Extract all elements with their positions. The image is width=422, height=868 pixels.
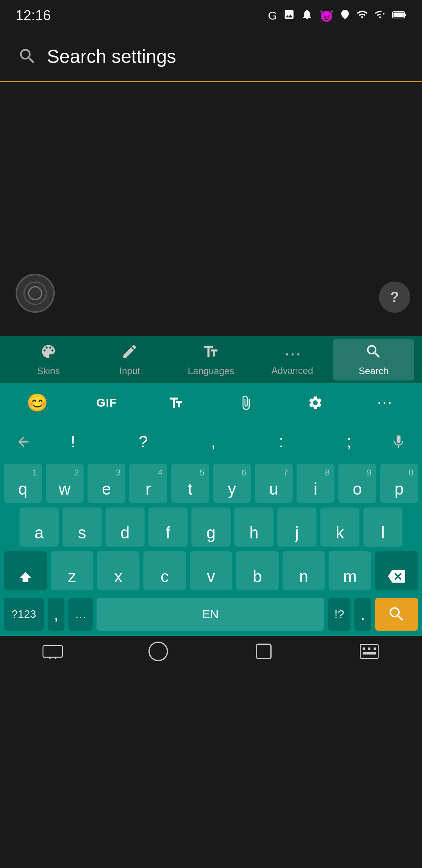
svg-rect-2 xyxy=(404,14,406,16)
key-v[interactable]: v xyxy=(190,551,232,590)
toolbar-item-languages[interactable]: Languages xyxy=(170,339,252,380)
key-f[interactable]: f xyxy=(148,508,188,547)
spacebar-key[interactable]: EN xyxy=(97,598,324,631)
signal-icon xyxy=(374,9,386,23)
keyboard-search-button[interactable] xyxy=(375,598,418,631)
close-punct-key[interactable] xyxy=(8,427,39,456)
clip-key[interactable] xyxy=(213,388,279,417)
location-icon xyxy=(340,9,350,22)
dot-label: . xyxy=(361,606,365,623)
key-l[interactable]: l xyxy=(363,508,402,547)
input-label: Input xyxy=(119,366,140,377)
recents-icon xyxy=(256,644,272,659)
punct-items: ! ? , : ; xyxy=(39,429,383,455)
status-icons: G 👿 xyxy=(268,9,406,23)
key-row-3: z x c v b n m xyxy=(0,549,422,593)
space-label: EN xyxy=(202,608,219,621)
key-m[interactable]: m xyxy=(329,551,371,590)
svg-rect-4 xyxy=(43,646,63,657)
keyboard-bottom-row: ?123 , … EN !? . xyxy=(0,593,422,636)
key-s[interactable]: s xyxy=(63,508,102,547)
special-char-label: !? xyxy=(334,608,344,621)
key-p[interactable]: 0p xyxy=(380,464,418,503)
dots-label: … xyxy=(75,608,86,621)
svg-rect-5 xyxy=(360,644,378,658)
gif-key[interactable]: GIF xyxy=(73,388,140,417)
dot-key[interactable]: . xyxy=(354,598,371,631)
mic-key[interactable] xyxy=(383,427,414,456)
svg-rect-7 xyxy=(368,647,370,650)
key-row-2: a s d f g h j k l xyxy=(0,505,422,549)
battery-icon xyxy=(392,9,406,22)
key-e[interactable]: 3e xyxy=(88,464,125,503)
key-d[interactable]: d xyxy=(106,508,145,547)
key-i[interactable]: 8i xyxy=(297,464,334,503)
svg-rect-8 xyxy=(374,647,376,650)
key-y[interactable]: 6y xyxy=(213,464,251,503)
key-j[interactable]: j xyxy=(277,508,316,547)
nav-bar xyxy=(0,636,422,671)
search-tab-label: Search xyxy=(359,366,388,377)
key-z[interactable]: z xyxy=(51,551,93,590)
key-k[interactable]: k xyxy=(320,508,359,547)
image-icon xyxy=(283,9,295,23)
keyboard-hide-button[interactable] xyxy=(29,640,76,663)
keyboard-main: 1q 2w 3e 4r 5t 6y 7u 8i 9o 0p a s d f g … xyxy=(0,461,422,593)
key-g[interactable]: g xyxy=(191,508,231,547)
camera-shutter-button[interactable] xyxy=(16,274,55,313)
font-key[interactable] xyxy=(143,388,209,417)
toolbar-item-skins[interactable]: Skins xyxy=(8,339,89,380)
comma-key[interactable]: , xyxy=(207,429,220,455)
backspace-key[interactable] xyxy=(375,551,418,590)
keyboard-toolbar: Skins Input Languages ⋯ Advanced Search xyxy=(0,336,422,383)
emoji-key[interactable]: 😊 xyxy=(4,388,70,417)
key-h[interactable]: h xyxy=(234,508,274,547)
help-icon: ? xyxy=(390,289,399,305)
key-x[interactable]: x xyxy=(97,551,140,590)
comma-bottom-label: , xyxy=(54,606,58,623)
advanced-label: Advanced xyxy=(272,365,313,376)
key-b[interactable]: b xyxy=(236,551,279,590)
key-u[interactable]: 7u xyxy=(255,464,293,503)
svg-rect-9 xyxy=(363,652,376,655)
shift-key[interactable] xyxy=(4,551,47,590)
toolbar-item-search[interactable]: Search xyxy=(333,339,414,380)
key-r[interactable]: 4r xyxy=(129,464,167,503)
key-w[interactable]: 2w xyxy=(46,464,84,503)
google-icon: G xyxy=(268,9,277,22)
search-icon xyxy=(16,45,39,68)
key-q[interactable]: 1q xyxy=(4,464,42,503)
special-char-key[interactable]: !? xyxy=(328,598,350,631)
more-key[interactable]: ⋯ xyxy=(352,388,418,417)
keyboard-switch-button[interactable] xyxy=(346,640,393,663)
home-button[interactable] xyxy=(135,640,182,663)
key-t[interactable]: 5t xyxy=(171,464,209,503)
key-c[interactable]: c xyxy=(143,551,186,590)
dots-key[interactable]: … xyxy=(68,598,93,631)
question-key[interactable]: ? xyxy=(135,429,152,455)
key-row-1: 1q 2w 3e 4r 5t 6y 7u 8i 9o 0p xyxy=(0,461,422,505)
toolbar-item-advanced[interactable]: ⋯ Advanced xyxy=(252,340,333,380)
status-bar: 12:16 G 👿 xyxy=(0,0,422,31)
key-o[interactable]: 9o xyxy=(338,464,376,503)
key-a[interactable]: a xyxy=(20,508,59,547)
num-sym-key[interactable]: ?123 xyxy=(4,598,44,631)
devil-icon: 👿 xyxy=(319,9,334,23)
recents-button[interactable] xyxy=(240,640,287,663)
skins-icon xyxy=(40,343,57,364)
exclamation-key[interactable]: ! xyxy=(67,429,79,455)
content-area: ? xyxy=(0,82,422,336)
semicolon-key[interactable]: ; xyxy=(343,429,355,455)
comma-bottom-key[interactable]: , xyxy=(48,598,64,631)
svg-rect-3 xyxy=(393,13,404,17)
toolbar-item-input[interactable]: Input xyxy=(89,339,170,380)
settings-key[interactable] xyxy=(282,388,349,417)
status-time: 12:16 xyxy=(16,7,51,24)
keyboard-punct-row: ! ? , : ; xyxy=(0,422,422,461)
search-input[interactable] xyxy=(47,46,406,67)
wifi-icon xyxy=(356,9,368,23)
colon-key[interactable]: : xyxy=(275,429,288,455)
search-tab-icon xyxy=(365,343,382,364)
help-button[interactable]: ? xyxy=(379,282,410,313)
key-n[interactable]: n xyxy=(283,551,325,590)
